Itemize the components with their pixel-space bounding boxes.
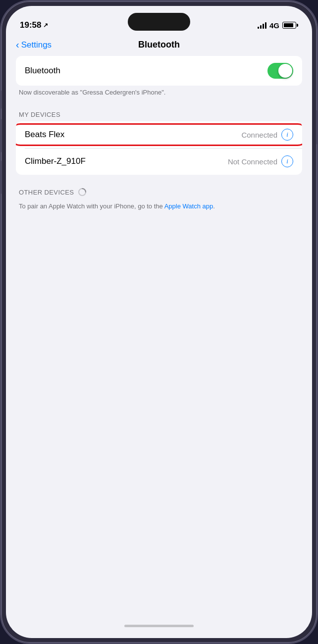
climber-status-group: Not Connected i [228, 155, 293, 167]
page-title: Bluetooth [138, 40, 180, 50]
bluetooth-toggle-card: Bluetooth [16, 56, 302, 86]
beats-flex-status: Connected [241, 131, 277, 139]
climber-name: Climber-Z_910F [25, 156, 86, 166]
time-display: 19:58 [20, 20, 41, 30]
battery-fill [284, 23, 293, 27]
scanning-spinner [78, 188, 87, 197]
other-devices-note: To pair an Apple Watch with your iPhone,… [16, 199, 302, 213]
climber-info-button[interactable]: i [281, 155, 293, 167]
status-right-group: 4G [258, 21, 298, 30]
signal-bar-1 [258, 27, 259, 29]
climber-status: Not Connected [228, 157, 277, 166]
other-devices-note-end: . [213, 202, 215, 210]
battery-body [282, 22, 296, 29]
signal-strength [258, 22, 266, 29]
beats-flex-status-group: Connected i [241, 129, 293, 141]
phone-screen: 19:58 ↗ 4G [6, 6, 312, 638]
discoverable-text: Now discoverable as "Gressa Cedergren's … [16, 88, 302, 102]
back-button[interactable]: ‹ Settings [16, 39, 52, 50]
nav-bar: ‹ Settings Bluetooth [6, 36, 312, 56]
status-time: 19:58 ↗ [20, 20, 48, 30]
beats-flex-info-button[interactable]: i [281, 129, 293, 141]
network-label: 4G [269, 21, 279, 30]
signal-bar-2 [260, 25, 262, 29]
my-devices-card: Beats Flex Connected i Climber-Z_910F No… [16, 121, 302, 175]
other-devices-note-text: To pair an Apple Watch with your iPhone,… [19, 202, 164, 210]
home-indicator[interactable] [124, 625, 194, 627]
beats-flex-name: Beats Flex [25, 130, 64, 140]
signal-bar-4 [265, 22, 266, 29]
phone-frame: 19:58 ↗ 4G [0, 0, 318, 644]
climber-row[interactable]: Climber-Z_910F Not Connected i [16, 148, 302, 175]
other-devices-label: OTHER DEVICES [19, 189, 74, 196]
location-icon: ↗ [43, 22, 48, 29]
main-content: Bluetooth Now discoverable as "Gressa Ce… [6, 56, 312, 213]
back-button-label: Settings [21, 40, 52, 50]
beats-flex-row[interactable]: Beats Flex Connected i [16, 121, 302, 148]
toggle-knob [278, 64, 292, 78]
battery-tip [297, 24, 298, 27]
signal-bar-3 [263, 24, 264, 29]
bluetooth-toggle[interactable] [267, 63, 293, 79]
volume-up-button[interactable] [0, 119, 1, 152]
apple-watch-app-link[interactable]: Apple Watch app [164, 202, 213, 210]
my-devices-header: MY DEVICES [16, 102, 302, 121]
back-chevron-icon: ‹ [16, 39, 19, 50]
silent-switch[interactable] [0, 90, 1, 109]
bluetooth-toggle-row: Bluetooth [16, 56, 302, 86]
battery-icon [282, 22, 298, 29]
dynamic-island [128, 13, 190, 31]
other-devices-header-row: OTHER DEVICES [16, 179, 302, 199]
volume-down-button[interactable] [0, 160, 1, 194]
bluetooth-label: Bluetooth [25, 66, 60, 76]
